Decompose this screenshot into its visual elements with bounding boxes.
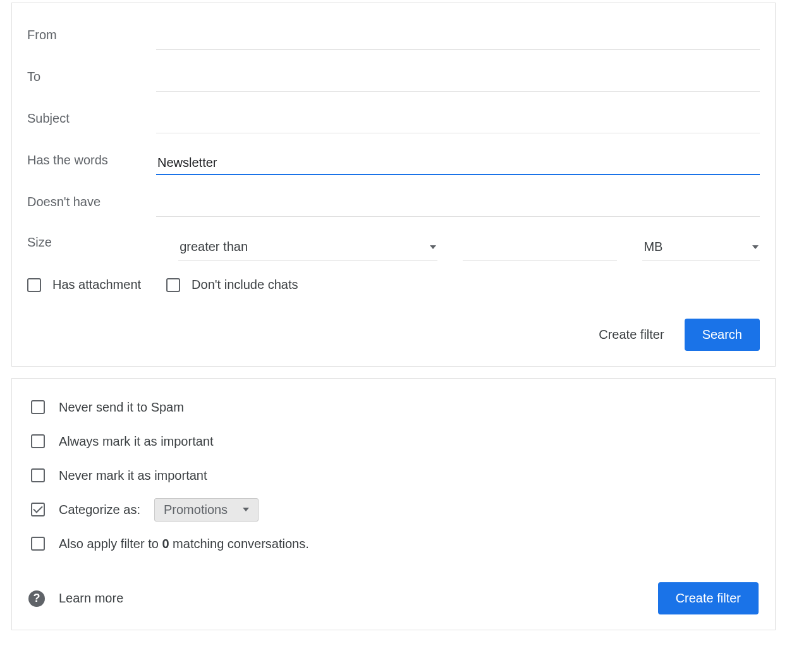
matching-count: 0 — [162, 537, 169, 551]
checkbox-dont-include-chats[interactable] — [166, 278, 180, 292]
select-size-unit-value: MB — [644, 240, 662, 254]
checkbox-never-important[interactable] — [31, 468, 45, 482]
chevron-down-icon — [243, 508, 249, 511]
option-has-attachment[interactable]: Has attachment — [27, 278, 141, 292]
chevron-down-icon — [752, 245, 759, 249]
label-doesnt-have: Doesn't have — [27, 195, 156, 217]
label-has-words: Has the words — [27, 153, 156, 175]
input-from[interactable] — [156, 27, 760, 50]
label-never-spam: Never send it to Spam — [59, 400, 184, 415]
checkbox-never-spam[interactable] — [31, 400, 45, 414]
input-size-amount[interactable] — [463, 238, 617, 261]
search-panel-actions: Create filter Search — [27, 319, 760, 351]
label-never-important: Never mark it as important — [59, 468, 207, 483]
field-to: To — [27, 50, 760, 92]
field-has-words: Has the words — [27, 133, 760, 175]
create-filter-link[interactable]: Create filter — [596, 322, 666, 347]
label-size: Size — [27, 235, 153, 261]
label-subject: Subject — [27, 111, 156, 133]
checkbox-always-important[interactable] — [31, 434, 45, 448]
option-dont-include-chats[interactable]: Don't include chats — [166, 278, 298, 292]
checkbox-apply-to-matching[interactable] — [31, 537, 45, 551]
learn-more-link[interactable]: Learn more — [59, 591, 123, 606]
input-subject[interactable] — [156, 111, 760, 133]
label-categorize-as: Categorize as: — [59, 503, 140, 517]
select-size-comparison[interactable]: greater than — [178, 235, 437, 261]
chevron-down-icon — [430, 245, 436, 249]
field-subject: Subject — [27, 92, 760, 133]
filter-search-panel: From To Subject Has the words Doesn't ha… — [11, 3, 776, 367]
option-never-important[interactable]: Never mark it as important — [28, 458, 759, 492]
select-size-unit[interactable]: MB — [642, 235, 760, 261]
filter-actions-panel: Never send it to Spam Always mark it as … — [11, 378, 776, 630]
search-button[interactable]: Search — [685, 319, 760, 351]
input-has-words[interactable] — [156, 152, 760, 175]
create-filter-button[interactable]: Create filter — [658, 582, 759, 614]
input-to[interactable] — [156, 69, 760, 92]
select-size-comparison-value: greater than — [180, 240, 248, 254]
label-from: From — [27, 28, 156, 50]
checkbox-has-attachment[interactable] — [27, 278, 41, 292]
label-apply-to-matching: Also apply filter to 0 matching conversa… — [59, 537, 309, 551]
label-always-important: Always mark it as important — [59, 434, 214, 449]
field-size: Size greater than MB — [27, 217, 760, 261]
checkbox-categorize-as[interactable] — [31, 503, 45, 516]
option-always-important[interactable]: Always mark it as important — [28, 424, 759, 458]
help-icon[interactable]: ? — [28, 590, 45, 607]
actions-footer: ? Learn more Create filter — [28, 582, 759, 614]
label-dont-include-chats: Don't include chats — [192, 278, 298, 292]
select-categorize-as-value: Promotions — [164, 503, 228, 517]
label-to: To — [27, 70, 156, 92]
input-doesnt-have[interactable] — [156, 194, 760, 217]
field-doesnt-have: Doesn't have — [27, 175, 760, 217]
option-categorize-as[interactable]: Categorize as: Promotions — [28, 492, 759, 527]
attachment-chats-row: Has attachment Don't include chats — [27, 278, 760, 292]
field-from: From — [27, 8, 760, 50]
select-categorize-as[interactable]: Promotions — [154, 498, 259, 522]
option-apply-to-matching[interactable]: Also apply filter to 0 matching conversa… — [28, 527, 759, 561]
label-has-attachment: Has attachment — [52, 278, 141, 292]
option-never-spam[interactable]: Never send it to Spam — [28, 390, 759, 424]
